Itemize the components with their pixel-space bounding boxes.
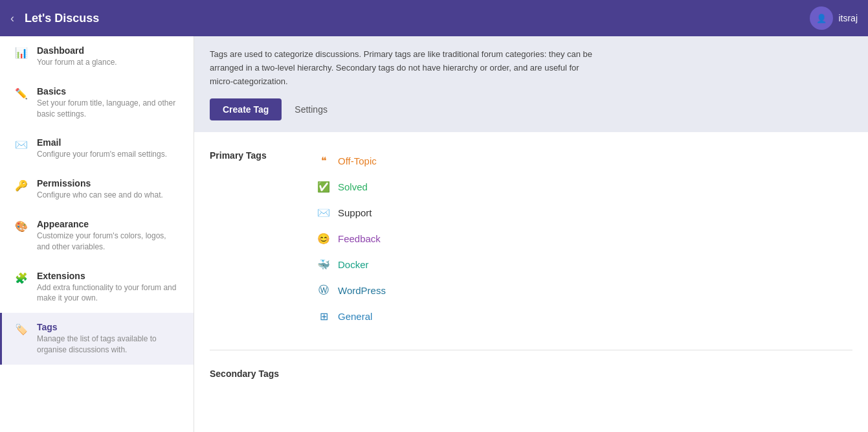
tag-name-feedback: Feedback: [338, 233, 381, 244]
tags-icon: 🏷️: [15, 323, 29, 335]
tag-name-support: Support: [338, 207, 372, 218]
dashboard-icon: 📊: [15, 47, 29, 59]
secondary-tags-section: Secondary Tags: [210, 366, 852, 379]
tag-icon-support: ✉️: [316, 205, 331, 220]
sidebar-item-title-appearance: Appearance: [37, 219, 181, 229]
tag-icon-wordpress: Ⓦ: [316, 282, 331, 298]
sidebar-item-title-dashboard: Dashboard: [37, 45, 117, 56]
sidebar-item-desc-permissions: Configure who can see and do what.: [37, 190, 163, 201]
tag-name-solved: Solved: [338, 181, 368, 192]
tag-item-general[interactable]: ⊞ General: [313, 303, 852, 329]
sidebar-item-desc-tags: Manage the list of tags available to org…: [37, 334, 181, 356]
avatar[interactable]: 👤: [810, 6, 833, 30]
primary-tags-section: Primary Tags ❝ Off-Topic ✅ Solved ✉️ Sup…: [210, 148, 852, 329]
sidebar-item-appearance[interactable]: 🎨 Appearance Customize your forum's colo…: [0, 210, 194, 262]
secondary-tags-label: Secondary Tags: [210, 366, 313, 379]
back-button[interactable]: ‹: [10, 12, 14, 25]
username-label[interactable]: itsraj: [838, 13, 858, 23]
permissions-icon: 🔑: [15, 179, 29, 192]
tag-name-wordpress: WordPress: [338, 285, 386, 296]
tag-name-general: General: [338, 311, 372, 322]
sidebar-item-desc-appearance: Customize your forum's colors, logos, an…: [37, 231, 181, 253]
tag-item-docker[interactable]: 🐳 Docker: [313, 251, 852, 277]
sidebar-item-title-basics: Basics: [37, 86, 181, 97]
tag-item-wordpress[interactable]: Ⓦ WordPress: [313, 277, 852, 303]
content-area: Tags are used to categorize discussions.…: [194, 36, 868, 432]
sidebar: 📊 Dashboard Your forum at a glance. ✏️ B…: [0, 36, 194, 432]
tags-content: Primary Tags ❝ Off-Topic ✅ Solved ✉️ Sup…: [194, 132, 868, 415]
tag-item-feedback[interactable]: 😊 Feedback: [313, 225, 852, 251]
tag-item-off-topic[interactable]: ❝ Off-Topic: [313, 148, 852, 174]
banner-actions: Create Tag Settings: [210, 98, 852, 132]
settings-button[interactable]: Settings: [287, 98, 335, 120]
topbar: ‹ Let's Discuss 👤 itsraj: [0, 0, 868, 36]
tag-icon-feedback: 😊: [316, 231, 331, 246]
sidebar-item-desc-dashboard: Your forum at a glance.: [37, 57, 117, 68]
tag-icon-solved: ✅: [316, 179, 331, 194]
sidebar-item-extensions[interactable]: 🧩 Extensions Add extra functionality to …: [0, 262, 194, 313]
sidebar-item-title-extensions: Extensions: [37, 271, 181, 281]
primary-tags-list: ❝ Off-Topic ✅ Solved ✉️ Support 😊 Feedba…: [313, 148, 852, 329]
basics-icon: ✏️: [15, 87, 29, 100]
appearance-icon: 🎨: [15, 220, 29, 233]
tag-name-off-topic: Off-Topic: [338, 155, 377, 166]
sidebar-item-permissions[interactable]: 🔑 Permissions Configure who can see and …: [0, 169, 194, 210]
tag-name-docker: Docker: [338, 259, 369, 270]
tag-icon-general: ⊞: [316, 308, 331, 324]
sidebar-item-title-permissions: Permissions: [37, 178, 163, 188]
extensions-icon: 🧩: [15, 272, 29, 284]
tag-item-support[interactable]: ✉️ Support: [313, 199, 852, 225]
sidebar-item-title-email: Email: [37, 137, 167, 148]
create-tag-button[interactable]: Create Tag: [210, 98, 282, 120]
section-divider: [210, 350, 852, 350]
app-title: Let's Discuss: [25, 12, 810, 25]
sidebar-item-desc-extensions: Add extra functionality to your forum an…: [37, 282, 181, 304]
sidebar-item-desc-email: Configure your forum's email settings.: [37, 149, 167, 160]
sidebar-item-dashboard[interactable]: 📊 Dashboard Your forum at a glance.: [0, 36, 194, 77]
primary-tags-label: Primary Tags: [210, 148, 313, 329]
tag-icon-off-topic: ❝: [316, 153, 331, 168]
sidebar-item-title-tags: Tags: [37, 322, 181, 332]
sidebar-item-email[interactable]: ✉️ Email Configure your forum's email se…: [0, 128, 194, 169]
sidebar-item-tags[interactable]: 🏷️ Tags Manage the list of tags availabl…: [0, 313, 194, 365]
sidebar-item-basics[interactable]: ✏️ Basics Set your forum title, language…: [0, 77, 194, 129]
tag-icon-docker: 🐳: [316, 256, 331, 272]
tag-item-solved[interactable]: ✅ Solved: [313, 174, 852, 199]
banner-description: Tags are used to categorize discussions.…: [210, 48, 598, 88]
email-icon: ✉️: [15, 139, 29, 151]
secondary-tags-list: [313, 366, 852, 379]
sidebar-item-desc-basics: Set your forum title, language, and othe…: [37, 98, 181, 120]
banner: Tags are used to categorize discussions.…: [194, 36, 868, 132]
main-layout: 📊 Dashboard Your forum at a glance. ✏️ B…: [0, 36, 868, 432]
